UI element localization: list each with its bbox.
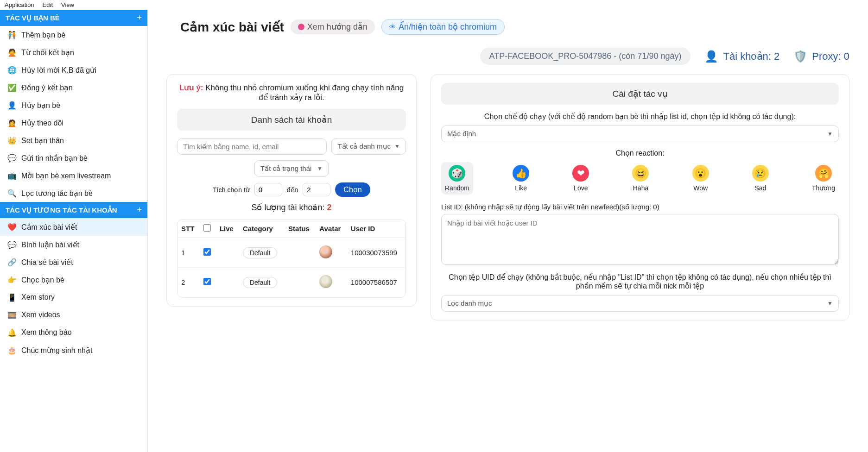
sidebar-item[interactable]: ✅Đồng ý kết bạn [0, 79, 147, 96]
table-row[interactable]: 1Default100030073599 [177, 238, 405, 268]
cell-stt: 2 [177, 268, 200, 297]
sidebar-item[interactable]: 🌐Hủy lời mời K.B đã gửi [0, 61, 147, 79]
accounts-stat: 👤 Tài khoản: 2 [704, 50, 779, 63]
sidebar-item[interactable]: 🎞️Xem videos [0, 306, 147, 324]
expand-icon[interactable]: + [137, 205, 142, 215]
sad-icon: 😢 [752, 165, 769, 182]
sidebar-item[interactable]: 💬Gửi tin nhắn bạn bè [0, 149, 147, 167]
sidebar-item[interactable]: 💬Bình luận bài viết [0, 236, 147, 253]
reaction-label: Sad [754, 184, 766, 192]
select-all-checkbox[interactable] [203, 224, 211, 232]
listid-textarea[interactable] [441, 214, 839, 265]
sidebar-item-label: Chia sẻ bài viết [21, 258, 73, 267]
col-avatar: Avatar [316, 220, 347, 238]
chevron-down-icon: ▼ [827, 131, 833, 137]
sidebar-item[interactable]: 👤Hủy bạn bè [0, 96, 147, 114]
sidebar-item-icon: 🧑‍🤝‍🧑 [7, 30, 17, 39]
reaction-haha[interactable]: 😆Haha [628, 162, 653, 195]
col-userid: User ID [347, 220, 405, 238]
to-input[interactable] [303, 183, 330, 196]
sidebar-item[interactable]: 📺Mời bạn bè xem livestream [0, 167, 147, 184]
category-select[interactable]: Tất cả danh mục ▼ [331, 138, 406, 155]
sidebar-item[interactable]: 🔗Chia sẻ bài viết [0, 253, 147, 271]
status-select[interactable]: Tất cả trạng thái ▼ [254, 160, 329, 177]
sidebar-section-friends[interactable]: TÁC VỤ BẠN BÈ + [0, 10, 147, 26]
wow-icon: 😮 [692, 165, 709, 182]
reaction-label: Thương [812, 184, 835, 192]
uid-select[interactable]: Lọc danh mục ▼ [441, 295, 839, 312]
tick-from-label: Tích chọn từ [213, 186, 249, 194]
sidebar-item-icon: 📺 [7, 171, 17, 180]
sidebar-item[interactable]: 🔔Xem thông báo [0, 324, 147, 341]
haha-icon: 😆 [632, 165, 649, 182]
reaction-like[interactable]: 👍Like [509, 162, 533, 195]
shield-icon: 🛡️ [793, 50, 807, 63]
choose-button[interactable]: Chọn [335, 182, 370, 197]
accounts-card: Lưu ý: Không thu nhỏ chromium xuống khi … [166, 74, 417, 307]
sidebar-item-label: Chúc mừng sinh nhật [21, 346, 92, 355]
sidebar-item-icon: 📱 [7, 293, 17, 302]
listid-label: List ID: (không nhập sẽ tự động lấy bài … [441, 203, 839, 211]
col-live: Live [216, 220, 239, 238]
menu-view[interactable]: View [61, 1, 74, 8]
reaction-label: Chọn reaction: [441, 149, 839, 157]
cell-live [216, 268, 239, 297]
mode-label: Chọn chế độ chạy (với chế độ random bạn … [441, 112, 839, 121]
col-status: Status [285, 220, 316, 238]
sidebar-item-label: Xem story [21, 293, 55, 301]
sidebar-item[interactable]: 👉Chọc bạn bè [0, 271, 147, 289]
menu-edit[interactable]: Edit [43, 1, 53, 8]
mode-select[interactable]: Mặc định ▼ [441, 126, 839, 142]
sidebar-item-label: Set bạn thân [21, 136, 64, 145]
guide-button[interactable]: Xem hướng dẫn [291, 19, 375, 34]
menu-application[interactable]: Application [5, 1, 34, 8]
sidebar-item-icon: 💬 [7, 240, 17, 249]
sidebar-item[interactable]: ❤️Cảm xúc bài viết [0, 218, 147, 236]
reaction-care[interactable]: 🤗Thương [808, 162, 839, 195]
account-count: Số lượng tài khoản: 2 [177, 202, 406, 213]
search-input[interactable] [177, 138, 327, 155]
license-badge: ATP-FACEBOOK_PRO-5047986 - (còn 71/90 ng… [480, 48, 691, 65]
col-category: Category [239, 220, 285, 238]
sidebar-section-interact[interactable]: TÁC VỤ TƯƠNG TÁC TÀI KHOẢN + [0, 202, 147, 218]
sidebar-item[interactable]: 👑Set bạn thân [0, 132, 147, 149]
sidebar-item[interactable]: 📱Xem story [0, 289, 147, 306]
reaction-sad[interactable]: 😢Sad [748, 162, 773, 195]
main-content: Cảm xúc bài viết Xem hướng dẫn 👁 Ẩn/hiện… [148, 10, 868, 452]
accounts-table: STT Live Category Status Avatar User ID … [177, 220, 405, 297]
uid-label: Chọn tệp UID để chạy (không bắt buộc, nế… [441, 273, 839, 290]
expand-icon[interactable]: + [137, 13, 142, 23]
sidebar-item-icon: 💬 [7, 153, 17, 163]
sidebar-item-icon: 🎂 [7, 345, 17, 355]
sidebar-item-label: Xem videos [21, 311, 60, 319]
row-checkbox[interactable] [203, 278, 211, 285]
sidebar-item[interactable]: 🙅Từ chối kết bạn [0, 44, 147, 61]
reaction-wow[interactable]: 😮Wow [689, 162, 713, 195]
reaction-random[interactable]: 🎲Random [441, 162, 473, 195]
notice-text: Lưu ý: Không thu nhỏ chromium xuống khi … [177, 83, 406, 102]
reaction-label: Love [574, 184, 588, 192]
table-row[interactable]: 2Default100007586507 [177, 268, 405, 297]
reaction-label: Wow [693, 184, 708, 192]
random-icon: 🎲 [449, 165, 465, 182]
reaction-love[interactable]: ❤Love [569, 162, 593, 195]
love-icon: ❤ [572, 165, 589, 182]
care-icon: 🤗 [815, 165, 832, 182]
reaction-label: Like [515, 184, 527, 192]
sidebar-item[interactable]: 🔍Lọc tương tác bạn bè [0, 184, 147, 202]
cell-status [285, 268, 316, 297]
avatar [319, 275, 332, 288]
toggle-chromium-button[interactable]: 👁 Ẩn/hiện toàn bộ chromium [381, 19, 505, 35]
from-input[interactable] [254, 183, 282, 196]
menubar: Application Edit View [0, 0, 868, 10]
sidebar-item-icon: 🙍 [7, 118, 17, 127]
sidebar-item-label: Cảm xúc bài viết [21, 223, 77, 232]
sidebar-item-icon: 🔍 [7, 188, 17, 198]
sidebar-item[interactable]: 🙍Hủy theo dõi [0, 114, 147, 132]
sidebar-item[interactable]: 🎂Chúc mừng sinh nhật [0, 341, 147, 359]
row-checkbox[interactable] [203, 248, 211, 256]
like-icon: 👍 [513, 165, 529, 182]
sidebar-item-label: Xem thông báo [21, 328, 72, 337]
sidebar-item[interactable]: 🧑‍🤝‍🧑Thêm bạn bè [0, 26, 147, 44]
sidebar-item-label: Gửi tin nhắn bạn bè [21, 154, 88, 163]
